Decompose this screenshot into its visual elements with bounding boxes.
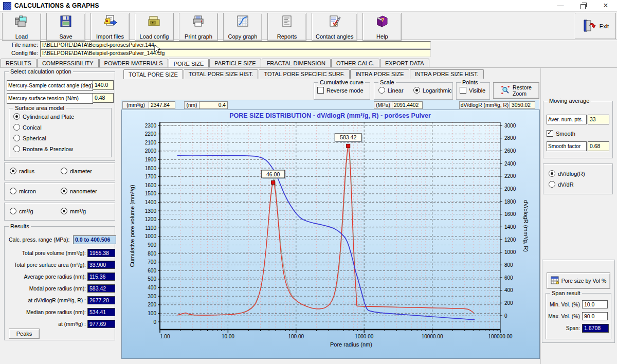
exit-button[interactable]: Exit bbox=[575, 13, 616, 39]
document-pencil-icon bbox=[327, 14, 342, 29]
config-file-field[interactable]: I:\BELPORE\DATA\Beispiel-porösesPulver_1… bbox=[40, 49, 431, 57]
radio-icon bbox=[13, 145, 20, 152]
svg-text:2200: 2200 bbox=[145, 131, 157, 137]
radio-dv-dlogr[interactable]: dV/dlog(R) bbox=[549, 170, 585, 177]
table-grid-icon bbox=[551, 276, 559, 285]
radio-icon bbox=[61, 168, 67, 174]
press-range-field: 0.0 to 400.506 bbox=[73, 235, 116, 244]
subtab-total-pore-specific-surf[interactable]: TOTAL PORE SPECIFIC SURF. bbox=[259, 69, 350, 79]
chart-icon bbox=[235, 14, 250, 29]
radio-icon bbox=[61, 188, 67, 194]
close-icon[interactable]: × bbox=[594, 0, 617, 11]
load-button[interactable]: Load bbox=[2, 13, 41, 41]
radio-logarithmic[interactable]: Logarithmic bbox=[413, 87, 452, 94]
radio-icon bbox=[10, 188, 16, 194]
tab-compressibility[interactable]: COMPRESSIBILITY bbox=[37, 59, 99, 68]
exit-button-label: Exit bbox=[600, 23, 609, 29]
save-button[interactable]: Save bbox=[46, 13, 85, 41]
pore-size-distribution-chart[interactable]: 0100200300400500600700800900100011001200… bbox=[122, 110, 539, 358]
restore-window-icon[interactable] bbox=[572, 0, 594, 11]
radio-icon bbox=[10, 208, 16, 214]
svg-text:300: 300 bbox=[148, 294, 156, 299]
print-graph-button[interactable]: Print graph bbox=[179, 13, 218, 41]
restore-zoom-button[interactable]: RestoreZoom bbox=[493, 82, 539, 99]
restore-zoom-label-2: Zoom bbox=[513, 90, 527, 97]
svg-text:2300: 2300 bbox=[145, 123, 157, 129]
tab-particle-size[interactable]: PARTICLE SIZE bbox=[209, 59, 261, 68]
peaks-button[interactable]: Peaks bbox=[9, 329, 40, 339]
radio-diameter[interactable]: diameter bbox=[61, 168, 92, 174]
svg-text:400: 400 bbox=[148, 285, 156, 290]
toolbar-button-label: Help bbox=[376, 33, 388, 40]
radio-dv-dr[interactable]: dV/dR bbox=[549, 181, 574, 188]
save-floppy-icon bbox=[58, 14, 74, 29]
tab-other-calc[interactable]: OTHER CALC. bbox=[331, 59, 379, 68]
chart-area: 0100200300400500600700800900100011001200… bbox=[121, 110, 540, 359]
radio-radius[interactable]: radius bbox=[10, 168, 34, 174]
import-files-button[interactable]: Import files bbox=[90, 13, 130, 41]
reverse-mode-checkbox[interactable]: Reverse mode bbox=[317, 87, 364, 94]
copy-graph-button[interactable]: Copy graph bbox=[223, 13, 262, 41]
svg-text:500: 500 bbox=[148, 276, 156, 282]
radio-spherical[interactable]: Spherical bbox=[13, 135, 46, 141]
svg-text:1900: 1900 bbox=[145, 157, 157, 162]
radio-mm3-g[interactable]: mm³/g bbox=[61, 208, 86, 214]
group-title: Results bbox=[9, 223, 31, 229]
subtab-total-pore-size[interactable]: TOTAL PORE SIZE bbox=[123, 69, 183, 79]
svg-text:PORE SIZE DISTRIBUTION - dV/d: PORE SIZE DISTRIBUTION - dV/dlogR (mm³/g… bbox=[229, 112, 431, 119]
svg-text:1200: 1200 bbox=[145, 216, 157, 222]
moving-average-group: Moving average Aver. num. pts. 33 Smooth… bbox=[543, 101, 613, 158]
pore-size-by-vol-button[interactable]: Pore size by Vol % bbox=[547, 272, 610, 289]
aver-num-pts-label: Aver. num. pts. bbox=[547, 115, 587, 124]
svg-text:3000: 3000 bbox=[504, 123, 516, 129]
min-vol-field[interactable]: 10.0 bbox=[582, 300, 608, 308]
toolbar-button-label: Reports bbox=[277, 33, 297, 40]
subtab-total-pore-size-hist[interactable]: TOTAL PORE SIZE HIST. bbox=[184, 69, 259, 79]
minimize-icon[interactable]: — bbox=[549, 0, 572, 11]
radio-conical[interactable]: Conical bbox=[13, 124, 42, 131]
contact-angles-button[interactable]: Contact angles bbox=[312, 13, 357, 41]
sub-tab-bar: TOTAL PORE SIZE TOTAL PORE SIZE HIST. TO… bbox=[123, 69, 484, 79]
select-calculation-option-group: Select calculation option Mercury-Sample… bbox=[4, 71, 115, 161]
smooth-checkbox[interactable]: Smooth bbox=[547, 130, 575, 137]
file-name-field[interactable]: I:\BELPORE\DATA\Beispiel-porösesPulver.1… bbox=[40, 41, 431, 49]
printer-icon bbox=[191, 14, 206, 29]
zoom-magnifier-icon bbox=[501, 85, 510, 96]
aver-num-pts-field[interactable]: 33 bbox=[588, 115, 609, 124]
tab-export-data[interactable]: EXPORT DATA bbox=[380, 59, 429, 68]
load-folders-icon bbox=[14, 14, 29, 29]
radio-nanometer[interactable]: nanometer bbox=[61, 188, 97, 194]
radio-linear[interactable]: Linear bbox=[378, 87, 404, 94]
scale-group: Scale Linear Logarithmic bbox=[374, 82, 453, 100]
contact-angle-label: Mercury-Sample contact angle (deg) bbox=[7, 80, 93, 91]
reports-button[interactable]: Reports bbox=[267, 13, 306, 41]
radio-icon bbox=[10, 168, 16, 174]
pressure-readout-value: 2091.4402 bbox=[392, 101, 423, 109]
svg-text:2800: 2800 bbox=[504, 135, 516, 141]
tab-powder-materials[interactable]: POWDER MATERIALS bbox=[99, 59, 168, 68]
radio-icon bbox=[549, 170, 555, 177]
svg-text:1400: 1400 bbox=[145, 199, 157, 205]
surface-tension-field[interactable]: 0.48 bbox=[93, 93, 114, 103]
help-button[interactable]: ? Help bbox=[362, 13, 402, 41]
svg-text:1100: 1100 bbox=[145, 225, 156, 231]
subtab-intra-pore-size[interactable]: INTRA PORE SIZE bbox=[350, 69, 409, 79]
smooth-factor-field[interactable]: 0.68 bbox=[588, 141, 609, 151]
contact-angle-field[interactable]: 140.0 bbox=[93, 80, 114, 90]
svg-text:?: ? bbox=[381, 17, 385, 23]
volume-panel-box: Pore size by Vol % Span result Min. Vol.… bbox=[542, 260, 615, 343]
radio-cylindrical-and-plate[interactable]: Cylindrical and Plate bbox=[13, 113, 74, 120]
max-vol-field[interactable]: 90.0 bbox=[582, 312, 608, 320]
radio-cm3-g[interactable]: cm³/g bbox=[10, 208, 33, 214]
load-config-button[interactable]: Load config bbox=[135, 13, 174, 41]
tab-fractal-dimension[interactable]: FRACTAL DIMENSION bbox=[262, 59, 331, 68]
svg-text:10.00: 10.00 bbox=[222, 334, 234, 339]
group-title: Moving average bbox=[548, 98, 591, 104]
visible-checkbox[interactable]: Visible bbox=[460, 87, 485, 94]
subtab-intra-pore-size-hist[interactable]: INTRA PORE SIZE HIST. bbox=[410, 69, 484, 79]
radio-micron[interactable]: micron bbox=[10, 188, 36, 194]
svg-text:583.42: 583.42 bbox=[340, 134, 356, 140]
pore-size-by-vol-label: Pore size by Vol % bbox=[561, 278, 607, 284]
radio-rootare-prenzlow[interactable]: Rootare & Prenzlow bbox=[13, 145, 73, 152]
tab-results[interactable]: RESULTS bbox=[1, 59, 37, 68]
